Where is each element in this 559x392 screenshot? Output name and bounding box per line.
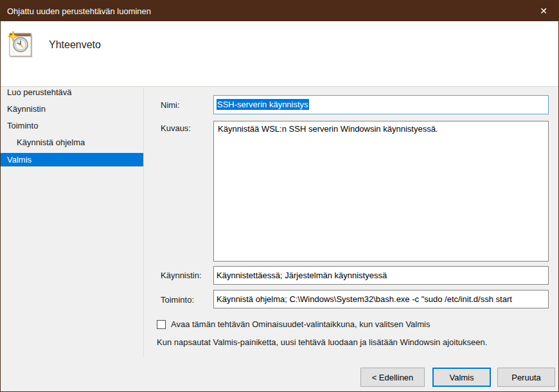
- name-label: Nimi:: [161, 100, 180, 110]
- trigger-label: Käynnistin:: [161, 271, 202, 280]
- step-action[interactable]: Toiminto: [1, 118, 143, 134]
- cancel-button[interactable]: Peruuta: [497, 368, 555, 387]
- wizard-steps: Luo perustehtävä Käynnistin Toiminto Käy…: [1, 84, 143, 168]
- page-title: Yhteenveto: [49, 39, 101, 51]
- action-input[interactable]: Käynnistä ohjelma; C:\Windows\System32\b…: [213, 290, 549, 308]
- wizard-dialog: Ohjattu uuden perustehtävän luominen ✕ Y…: [0, 0, 559, 392]
- description-label: Kuvaus:: [161, 123, 191, 133]
- close-icon: ✕: [540, 6, 547, 16]
- step-trigger[interactable]: Käynnistin: [1, 101, 143, 118]
- finish-note: Kun napsautat Valmis-painiketta, uusi te…: [157, 337, 487, 347]
- description-input[interactable]: Käynnistää WSL:n SSH serverin Windowsin …: [213, 121, 549, 262]
- sidebar-divider: [143, 87, 144, 357]
- finish-button[interactable]: Valmis: [432, 368, 491, 387]
- step-create-basic-task[interactable]: Luo perustehtävä: [1, 84, 143, 101]
- trigger-input[interactable]: Käynnistettäessä; Järjestelmän käynnisty…: [213, 266, 549, 285]
- title-bar[interactable]: Ohjattu uuden perustehtävän luominen: [1, 1, 558, 21]
- step-start-program[interactable]: Käynnistä ohjelma: [1, 134, 143, 151]
- open-properties-label: Avaa tämän tehtävän Ominaisuudet-valinta…: [171, 319, 430, 329]
- open-properties-checkbox[interactable]: [157, 320, 166, 329]
- window-title: Ohjattu uuden perustehtävän luominen: [7, 6, 151, 16]
- new-task-wizard-icon: [6, 30, 35, 60]
- wizard-header: Yhteenveto: [1, 21, 558, 87]
- close-button[interactable]: ✕: [529, 1, 558, 21]
- back-button[interactable]: < Edellinen: [360, 368, 425, 387]
- name-selected-text: SSH-serverin käynnistys: [217, 99, 309, 110]
- name-input[interactable]: SSH-serverin käynnistys: [213, 95, 549, 114]
- step-finish[interactable]: Valmis: [1, 153, 143, 166]
- action-label: Toiminto:: [161, 295, 194, 305]
